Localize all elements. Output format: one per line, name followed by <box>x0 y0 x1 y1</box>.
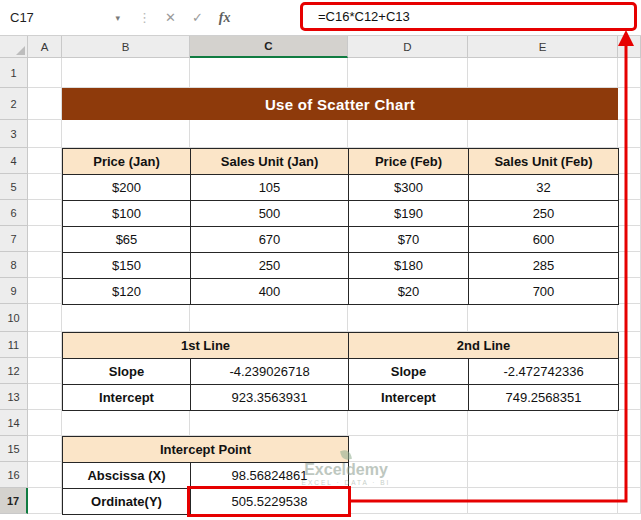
cell-B5[interactable]: $200 <box>63 175 191 201</box>
cell-F10[interactable] <box>618 304 641 332</box>
cell-E7[interactable]: 600 <box>469 227 619 253</box>
cell-E17[interactable] <box>468 488 618 514</box>
column-header-B[interactable]: B <box>62 36 190 58</box>
cell-F17[interactable] <box>618 488 641 514</box>
cell-D3[interactable] <box>348 120 468 148</box>
cancel-icon[interactable]: ✕ <box>165 10 176 25</box>
row-header-1[interactable]: 1 <box>0 58 28 88</box>
cell-A1[interactable] <box>28 58 62 88</box>
cell-A13[interactable] <box>28 384 62 410</box>
cell-D8[interactable]: $180 <box>349 253 469 279</box>
name-box[interactable]: C17 ▾ <box>0 3 130 33</box>
row-header-3[interactable]: 3 <box>0 120 28 148</box>
row-header-5[interactable]: 5 <box>0 174 28 200</box>
cell-C5[interactable]: 105 <box>191 175 349 201</box>
cell-F1[interactable] <box>618 58 641 88</box>
cell-E3[interactable] <box>468 120 618 148</box>
cell-E9[interactable]: 700 <box>469 279 619 305</box>
row-header-17[interactable]: 17 <box>0 488 28 514</box>
name-box-dropdown-icon[interactable]: ▾ <box>115 13 120 23</box>
row-header-9[interactable]: 9 <box>0 278 28 304</box>
row-header-6[interactable]: 6 <box>0 200 28 226</box>
cell-F5[interactable] <box>618 174 641 200</box>
cell-B10[interactable] <box>62 304 190 332</box>
cell-B17[interactable]: Ordinate(Y) <box>63 489 191 515</box>
cell-F11[interactable] <box>618 332 641 358</box>
cell-F6[interactable] <box>618 200 641 226</box>
cell-F2[interactable] <box>618 88 641 120</box>
cell-B7[interactable]: $65 <box>63 227 191 253</box>
cell-D14[interactable] <box>348 410 468 436</box>
cell-A2[interactable] <box>28 88 62 120</box>
cell-C3[interactable] <box>190 120 348 148</box>
cell-F3[interactable] <box>618 120 641 148</box>
cell-A11[interactable] <box>28 332 62 358</box>
cell-D13[interactable]: Intercept <box>349 385 469 411</box>
cell-B9[interactable]: $120 <box>63 279 191 305</box>
cell-C13[interactable]: 923.3563931 <box>191 385 349 411</box>
cell-C17-selected[interactable]: 505.5229538 <box>191 489 349 515</box>
enter-icon[interactable]: ✓ <box>192 10 203 25</box>
cell-C1[interactable] <box>190 58 348 88</box>
cell-B12[interactable]: Slope <box>63 359 191 385</box>
cell-A12[interactable] <box>28 358 62 384</box>
row-header-11[interactable]: 11 <box>0 332 28 358</box>
cell-F15[interactable] <box>618 436 641 462</box>
cell-F8[interactable] <box>618 252 641 278</box>
row-header-2[interactable]: 2 <box>0 88 28 120</box>
cell-E8[interactable]: 285 <box>469 253 619 279</box>
cell-C8[interactable]: 250 <box>191 253 349 279</box>
cell-A3[interactable] <box>28 120 62 148</box>
cell-C7[interactable]: 670 <box>191 227 349 253</box>
formula-input[interactable]: =C16*C12+C13 <box>318 0 410 36</box>
cell-D5[interactable]: $300 <box>349 175 469 201</box>
cell-E14[interactable] <box>468 410 618 436</box>
cell-D6[interactable]: $190 <box>349 201 469 227</box>
cell-A8[interactable] <box>28 252 62 278</box>
cell-F12[interactable] <box>618 358 641 384</box>
row-header-4[interactable]: 4 <box>0 148 28 174</box>
cell-E6[interactable]: 250 <box>469 201 619 227</box>
cell-D16[interactable] <box>348 462 468 488</box>
cell-D15[interactable] <box>348 436 468 462</box>
cell-E16[interactable] <box>468 462 618 488</box>
cell-C12[interactable]: -4.239026718 <box>191 359 349 385</box>
cell-A14[interactable] <box>28 410 62 436</box>
cell-D10[interactable] <box>348 304 468 332</box>
select-all-button[interactable] <box>0 36 28 58</box>
cell-F13[interactable] <box>618 384 641 410</box>
cell-B1[interactable] <box>62 58 190 88</box>
cell-C9[interactable]: 400 <box>191 279 349 305</box>
cell-E12[interactable]: -2.472742336 <box>469 359 619 385</box>
row-header-10[interactable]: 10 <box>0 304 28 332</box>
cell-B13[interactable]: Intercept <box>63 385 191 411</box>
cell-F7[interactable] <box>618 226 641 252</box>
cell-D9[interactable]: $20 <box>349 279 469 305</box>
cell-A17[interactable] <box>28 488 62 514</box>
cell-D1[interactable] <box>348 58 468 88</box>
column-header-D[interactable]: D <box>348 36 468 58</box>
cell-D7[interactable]: $70 <box>349 227 469 253</box>
row-header-15[interactable]: 15 <box>0 436 28 462</box>
cell-A7[interactable] <box>28 226 62 252</box>
cell-F16[interactable] <box>618 462 641 488</box>
cell-A5[interactable] <box>28 174 62 200</box>
cell-A15[interactable] <box>28 436 62 462</box>
insert-function-icon[interactable]: fx <box>219 10 231 26</box>
cell-A4[interactable] <box>28 148 62 174</box>
column-header-A[interactable]: A <box>28 36 62 58</box>
row-header-14[interactable]: 14 <box>0 410 28 436</box>
cell-E13[interactable]: 749.2568351 <box>469 385 619 411</box>
cell-B16[interactable]: Abscissa (X) <box>63 463 191 489</box>
cell-A9[interactable] <box>28 278 62 304</box>
cell-C10[interactable] <box>190 304 348 332</box>
column-header-E[interactable]: E <box>468 36 618 58</box>
row-header-7[interactable]: 7 <box>0 226 28 252</box>
cell-F9[interactable] <box>618 278 641 304</box>
cell-D12[interactable]: Slope <box>349 359 469 385</box>
cell-A10[interactable] <box>28 304 62 332</box>
cell-E15[interactable] <box>468 436 618 462</box>
cell-F4[interactable] <box>618 148 641 174</box>
cell-B3[interactable] <box>62 120 190 148</box>
cell-A6[interactable] <box>28 200 62 226</box>
